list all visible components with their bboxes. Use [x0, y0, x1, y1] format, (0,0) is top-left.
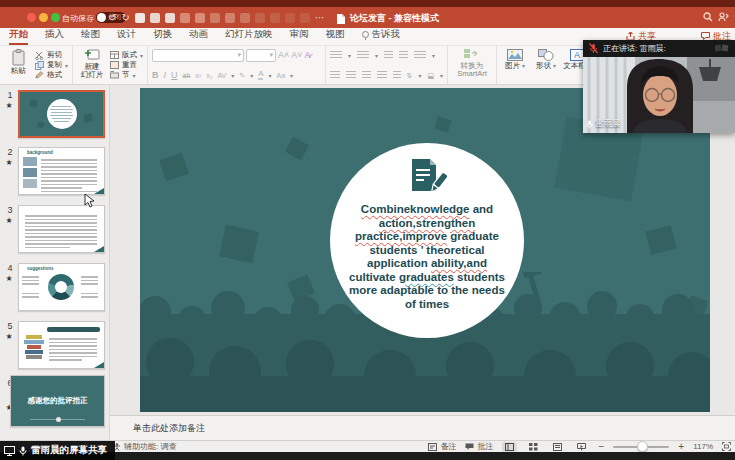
new-slide-button[interactable]: 新建幻灯片: [77, 49, 107, 81]
thumbnail-slide-4[interactable]: suggestions: [18, 263, 105, 311]
decrease-indent-button[interactable]: [384, 51, 393, 60]
grow-font-button[interactable]: A˄: [278, 51, 289, 60]
home-icon[interactable]: ⌂: [97, 13, 103, 23]
line-spacing-button[interactable]: [414, 51, 426, 60]
paste-button[interactable]: 粘贴: [4, 49, 32, 81]
graduation-cap-silhouette: [285, 137, 309, 160]
addin-icon[interactable]: [150, 13, 160, 23]
current-slide[interactable]: Combineknowledge and action,strengthen p…: [140, 88, 710, 412]
tab-draw[interactable]: 绘图: [81, 28, 100, 45]
zoom-level[interactable]: 117%: [693, 442, 713, 451]
tab-review[interactable]: 审阅: [290, 28, 309, 45]
zoom-slider-knob[interactable]: [637, 441, 648, 452]
strikethrough-button[interactable]: ab: [183, 72, 191, 79]
justify-button[interactable]: [377, 71, 387, 80]
align-right-button[interactable]: [362, 71, 372, 80]
cut-button[interactable]: 剪切: [35, 50, 68, 60]
text-direction-button[interactable]: ⇅: [407, 72, 413, 79]
accessibility-status[interactable]: 辅助功能: 调查: [124, 441, 176, 452]
thumbnail-slide-6[interactable]: 感谢您的批评指正: [10, 375, 105, 427]
subscript-button[interactable]: x₂: [206, 72, 212, 79]
underline-button[interactable]: U: [171, 71, 178, 80]
tab-design[interactable]: 设计: [117, 28, 136, 45]
participant-video[interactable]: 雷雨晨: [583, 57, 735, 133]
format-painter-button[interactable]: 格式: [35, 70, 68, 80]
tab-view[interactable]: 视图: [326, 28, 345, 45]
zoom-in-button[interactable]: +: [678, 441, 684, 452]
addin-icon[interactable]: [285, 13, 295, 23]
thumbnail-slide-1[interactable]: [18, 90, 105, 138]
new-slide-icon: [85, 49, 100, 62]
layout-button[interactable]: 版式▾: [110, 50, 143, 60]
meeting-video-overlay[interactable]: 正在讲话: 雷雨晨:: [583, 40, 735, 133]
slide-thumbnail-panel: 1 ★ 2 ★ background: [0, 85, 110, 440]
tab-slideshow[interactable]: 幻灯片放映: [225, 28, 273, 45]
redo-icon[interactable]: ↻: [121, 13, 129, 23]
slideshow-button[interactable]: [574, 442, 589, 452]
undo-icon[interactable]: ↺: [108, 13, 116, 23]
addin-icon[interactable]: [270, 13, 280, 23]
more-icon[interactable]: ⋯: [315, 13, 325, 23]
slide-canvas[interactable]: Combineknowledge and action,strengthen p…: [110, 85, 735, 415]
tab-animations[interactable]: 动画: [189, 28, 208, 45]
addin-icon[interactable]: [210, 13, 220, 23]
picture-button[interactable]: 图片 ▾: [501, 49, 529, 81]
mic-icon: [586, 120, 593, 129]
align-left-button[interactable]: [330, 71, 340, 80]
addin-icon[interactable]: [225, 13, 235, 23]
zoom-out-button[interactable]: −: [598, 441, 604, 452]
slide-content-circle[interactable]: Combineknowledge and action,strengthen p…: [330, 143, 524, 338]
increase-indent-button[interactable]: [399, 51, 408, 60]
shrink-font-button[interactable]: A˅: [291, 51, 302, 60]
font-size-combo[interactable]: ▾: [246, 49, 276, 62]
italic-button[interactable]: I: [164, 71, 167, 80]
thumbnail-slide-5[interactable]: [18, 321, 105, 369]
share-user-icon[interactable]: [718, 12, 729, 22]
font-color-button[interactable]: A: [258, 70, 263, 80]
clear-formatting-button[interactable]: A̷: [305, 51, 311, 60]
text-highlight-button[interactable]: ✎: [239, 72, 245, 79]
reading-view-button[interactable]: [550, 442, 565, 452]
tab-home[interactable]: 开始: [9, 28, 28, 45]
copy-button[interactable]: 复制▾: [35, 60, 68, 70]
addin-icon[interactable]: [240, 13, 250, 23]
thumbnail-slide-3[interactable]: [18, 205, 105, 253]
notes-pane[interactable]: 单击此处添加备注: [110, 415, 735, 440]
tab-tell-me[interactable]: 告诉我: [362, 28, 401, 45]
top-strip: [0, 0, 735, 7]
thumbnail-slide-2[interactable]: background: [18, 147, 105, 195]
layout-toggle-icon[interactable]: [715, 44, 729, 53]
comments-toggle-button[interactable]: 批注: [465, 441, 493, 452]
slide-sorter-button[interactable]: [526, 442, 541, 452]
align-center-button[interactable]: [346, 71, 356, 80]
convert-smartart-button[interactable]: 转换为SmartArt: [452, 49, 492, 81]
shapes-button[interactable]: 形状 ▾: [532, 49, 560, 81]
addin-icon[interactable]: [255, 13, 265, 23]
numbering-button[interactable]: [357, 51, 369, 60]
addin-icon[interactable]: [165, 13, 175, 23]
addin-icon[interactable]: [180, 13, 190, 23]
bold-button[interactable]: B: [152, 71, 159, 80]
addin-icon[interactable]: [135, 13, 145, 23]
close-button[interactable]: [27, 13, 36, 22]
zoom-slider[interactable]: [613, 446, 669, 448]
addin-icon[interactable]: [300, 13, 310, 23]
change-case-button[interactable]: Aa: [277, 72, 286, 79]
section-button[interactable]: 节▾: [110, 70, 143, 80]
superscript-button[interactable]: x²: [195, 72, 201, 79]
character-spacing-button[interactable]: AV: [217, 72, 226, 79]
notes-toggle-button[interactable]: 备注: [428, 441, 456, 452]
minimize-button[interactable]: [39, 13, 48, 22]
fit-window-icon[interactable]: [722, 442, 731, 451]
align-text-button[interactable]: ⬓: [427, 72, 434, 79]
zoom-button[interactable]: [51, 13, 60, 22]
normal-view-button[interactable]: [502, 442, 517, 452]
addin-icon[interactable]: [195, 13, 205, 23]
tab-insert[interactable]: 插入: [45, 28, 64, 45]
reset-button[interactable]: 重置: [110, 60, 143, 70]
tab-transitions[interactable]: 切换: [153, 28, 172, 45]
columns-button[interactable]: [393, 71, 400, 80]
font-name-combo[interactable]: ▾: [152, 49, 244, 62]
bullets-button[interactable]: [330, 51, 342, 60]
search-icon[interactable]: [703, 12, 713, 22]
